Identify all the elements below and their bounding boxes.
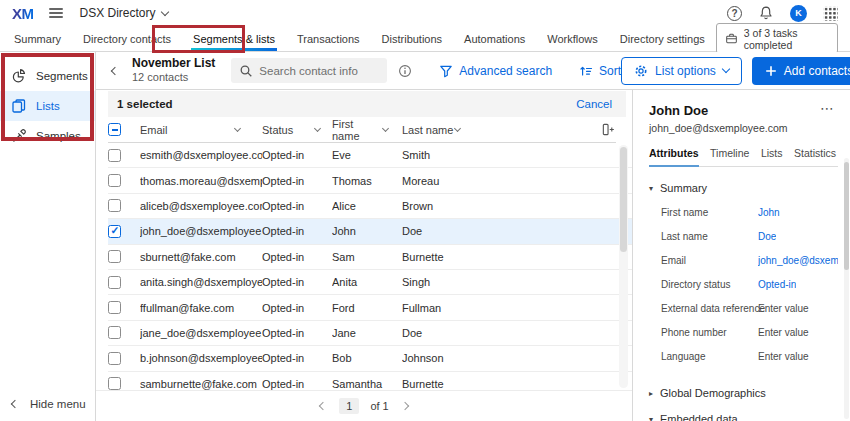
row-checkbox[interactable] bbox=[108, 225, 121, 238]
tab-lists[interactable]: Lists bbox=[761, 147, 783, 166]
triangle-down-icon: ▾ bbox=[649, 184, 653, 193]
sort-button[interactable]: Sort bbox=[579, 64, 621, 78]
attribute-value[interactable]: Opted-in bbox=[758, 279, 796, 290]
row-checkbox[interactable] bbox=[108, 250, 121, 263]
table-row[interactable]: esmith@dsxemployee.com Opted-in Eve Smit… bbox=[108, 143, 632, 168]
list-options-button[interactable]: List options bbox=[621, 57, 742, 85]
attribute-row: External data reference Enter value bbox=[661, 303, 838, 314]
attribute-label: First name bbox=[661, 207, 758, 218]
attribute-value[interactable]: John bbox=[758, 207, 780, 218]
nav-tab-workflows[interactable]: Workflows bbox=[536, 26, 609, 51]
current-page-input[interactable]: 1 bbox=[339, 398, 359, 414]
attribute-value[interactable]: Enter value bbox=[758, 303, 809, 314]
detail-tabs: Attributes Timeline Lists Statistics bbox=[649, 147, 838, 167]
user-avatar[interactable]: K bbox=[790, 5, 807, 22]
search-box bbox=[231, 58, 387, 83]
info-icon[interactable] bbox=[398, 64, 412, 78]
attribute-value[interactable]: john_doe@dsxem... bbox=[758, 255, 838, 266]
sidebar-item-samples[interactable]: Samples bbox=[0, 121, 95, 151]
nav-tab-segments-and-lists[interactable]: Segments & lists bbox=[182, 26, 286, 51]
row-checkbox[interactable] bbox=[108, 301, 121, 314]
hide-menu-button[interactable]: Hide menu bbox=[12, 398, 86, 410]
help-icon[interactable]: ? bbox=[727, 6, 742, 21]
search-input[interactable] bbox=[259, 65, 379, 77]
table-row[interactable]: ffullman@fake.com Opted-in Ford Fullman bbox=[108, 295, 632, 320]
section-summary[interactable]: ▾ Summary bbox=[649, 182, 838, 194]
select-all-checkbox[interactable] bbox=[108, 123, 121, 136]
attribute-label: Language bbox=[661, 351, 758, 362]
nav-tab-automations[interactable]: Automations bbox=[453, 26, 536, 51]
more-options-icon[interactable]: ⋯ bbox=[820, 103, 834, 113]
directory-selector[interactable]: DSX Directory bbox=[80, 6, 168, 20]
cell-first-name: Sam bbox=[332, 251, 402, 263]
sidebar-item-label: Samples bbox=[36, 130, 81, 142]
tab-statistics[interactable]: Statistics bbox=[794, 147, 836, 166]
tasks-completed-badge[interactable]: 3 of 3 tasks completed bbox=[716, 23, 838, 54]
chevron-down-icon bbox=[234, 125, 241, 132]
cell-email: john_doe@dsxemployee.... bbox=[140, 225, 262, 237]
app-switcher-icon[interactable] bbox=[823, 6, 838, 21]
column-header-last-name[interactable]: Last name bbox=[402, 124, 466, 136]
sort-label: Sort bbox=[599, 64, 621, 78]
row-checkbox[interactable] bbox=[108, 199, 121, 212]
attribute-value[interactable]: Enter value bbox=[758, 351, 809, 362]
xm-logo: XM bbox=[12, 5, 34, 22]
table-row[interactable]: jane_doe@dsxemployee.... Opted-in Jane D… bbox=[108, 321, 632, 346]
row-checkbox[interactable] bbox=[108, 326, 121, 339]
column-header-status[interactable]: Status bbox=[262, 124, 332, 136]
cell-last-name: Smith bbox=[402, 149, 512, 161]
cell-last-name: Burnette bbox=[402, 378, 512, 390]
advanced-search-button[interactable]: Advanced search bbox=[439, 64, 552, 78]
cancel-selection-button[interactable]: Cancel bbox=[576, 98, 612, 110]
cell-email: samburnette@fake.com bbox=[140, 378, 262, 390]
nav-tab-summary[interactable]: Summary bbox=[3, 26, 72, 51]
cell-first-name: Anita bbox=[332, 276, 402, 288]
table-row[interactable]: sburnett@fake.com Opted-in Sam Burnette bbox=[108, 245, 632, 270]
row-checkbox[interactable] bbox=[108, 276, 121, 289]
nav-tab-directory-contacts[interactable]: Directory contacts bbox=[72, 26, 182, 51]
column-header-first-name[interactable]: First name bbox=[332, 118, 402, 142]
previous-page-button[interactable] bbox=[318, 401, 328, 411]
next-page-button[interactable] bbox=[400, 401, 410, 411]
sidebar-item-segments[interactable]: Segments bbox=[0, 61, 95, 91]
section-embedded-data[interactable]: ▾ Embedded data bbox=[649, 413, 838, 421]
table-row[interactable]: b.johnson@dsxemployee.... Opted-in Bob J… bbox=[108, 346, 632, 371]
cell-first-name: Samantha bbox=[332, 378, 402, 390]
sidebar-item-lists[interactable]: Lists bbox=[0, 91, 95, 121]
table-row[interactable]: anita.singh@dsxemployee... Opted-in Anit… bbox=[108, 270, 632, 295]
panel-scrollbar-thumb[interactable] bbox=[844, 162, 849, 270]
table-row[interactable]: thomas.moreau@dsxempl... Opted-in Thomas… bbox=[108, 168, 632, 193]
nav-tab-distributions[interactable]: Distributions bbox=[371, 26, 454, 51]
add-column-button[interactable] bbox=[601, 122, 616, 137]
row-checkbox[interactable] bbox=[108, 352, 121, 365]
row-checkbox[interactable] bbox=[108, 377, 121, 390]
back-button[interactable] bbox=[112, 68, 118, 74]
selection-bar: 1 selected Cancel bbox=[108, 91, 626, 117]
table-row[interactable]: aliceb@dsxemployee.com Opted-in Alice Br… bbox=[108, 194, 632, 219]
add-contacts-button[interactable]: Add contacts to list bbox=[752, 57, 850, 85]
filter-funnel-icon bbox=[439, 64, 453, 78]
hamburger-menu-icon[interactable] bbox=[49, 8, 63, 18]
page-total-label: of 1 bbox=[370, 400, 388, 412]
nav-tab-transactions[interactable]: Transactions bbox=[286, 26, 371, 51]
row-checkbox[interactable] bbox=[108, 149, 121, 162]
table-row[interactable]: john_doe@dsxemployee.... Opted-in John D… bbox=[108, 219, 632, 244]
notifications-bell-icon[interactable] bbox=[758, 5, 774, 21]
table-header: Email Status First name Last name bbox=[108, 117, 616, 143]
column-header-email[interactable]: Email bbox=[140, 124, 262, 136]
table-scrollbar[interactable] bbox=[619, 145, 628, 388]
topbar-actions: ? K bbox=[727, 5, 838, 22]
tab-attributes[interactable]: Attributes bbox=[649, 147, 699, 167]
attribute-value[interactable]: Doe bbox=[758, 231, 776, 242]
attribute-value[interactable]: Enter value bbox=[758, 327, 809, 338]
attribute-row: Phone number Enter value bbox=[661, 327, 838, 338]
search-icon bbox=[239, 64, 253, 78]
nav-tab-directory-settings[interactable]: Directory settings bbox=[609, 26, 716, 51]
scrollbar-thumb[interactable] bbox=[620, 147, 627, 252]
contacts-table-region: 1 selected Cancel Email Status First nam… bbox=[96, 90, 632, 421]
section-global-demographics[interactable]: ▸ Global Demographics bbox=[649, 387, 838, 399]
tab-timeline[interactable]: Timeline bbox=[710, 147, 749, 166]
cell-first-name: Jane bbox=[332, 327, 402, 339]
row-checkbox[interactable] bbox=[108, 174, 121, 187]
attribute-label: Directory status bbox=[661, 279, 758, 290]
